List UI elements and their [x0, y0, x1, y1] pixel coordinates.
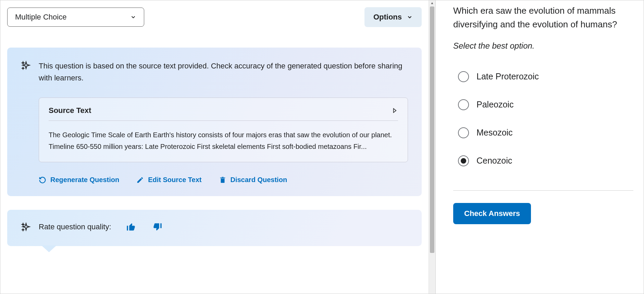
source-card: This question is based on the source tex… [7, 48, 422, 196]
thumbs-up-icon [126, 222, 136, 232]
question-type-select[interactable]: Multiple Choice [7, 8, 144, 27]
option-1[interactable]: Paleozoic [458, 99, 633, 110]
preview-panel: Which era saw the evolution of mammals d… [443, 0, 644, 294]
thumbs-down-icon [153, 222, 162, 232]
panel-divider [435, 0, 443, 294]
expand-icon[interactable] [391, 107, 398, 114]
radio-icon [458, 99, 469, 110]
option-label: Mesozoic [476, 128, 513, 138]
radio-icon [458, 71, 469, 82]
svg-marker-0 [394, 109, 396, 113]
discard-label: Discard Question [231, 176, 287, 184]
options-label: Options [373, 13, 402, 22]
option-0[interactable]: Late Proterozoic [458, 71, 633, 82]
question-text: Which era saw the evolution of mammals d… [453, 4, 633, 31]
option-label: Cenozoic [476, 156, 512, 166]
sparkle-icon [21, 61, 31, 71]
check-answers-button[interactable]: Check Answers [453, 203, 531, 224]
source-text-title: Source Text [49, 106, 91, 115]
options-button[interactable]: Options [364, 7, 422, 27]
answer-options: Late Proterozoic Paleozoic Mesozoic Ceno… [453, 71, 633, 166]
radio-icon [458, 155, 469, 166]
editor-toolbar: Multiple Choice Options [7, 7, 422, 27]
trash-icon [219, 176, 226, 184]
option-3[interactable]: Cenozoic [458, 155, 633, 166]
regenerate-label: Regenerate Question [50, 176, 119, 184]
question-type-label: Multiple Choice [15, 13, 66, 22]
rate-card: Rate question quality: [7, 210, 422, 246]
editor-panel: Multiple Choice Options This question i [0, 0, 435, 294]
refresh-icon [39, 176, 46, 184]
divider [453, 190, 633, 191]
edit-source-label: Edit Source Text [148, 176, 201, 184]
option-2[interactable]: Mesozoic [458, 127, 633, 138]
regenerate-button[interactable]: Regenerate Question [39, 176, 119, 184]
scrollbar[interactable] [429, 0, 435, 294]
chevron-down-icon [407, 14, 413, 20]
edit-source-button[interactable]: Edit Source Text [136, 176, 201, 184]
thumbs-down-button[interactable] [152, 222, 163, 232]
pencil-icon [136, 176, 144, 184]
instruction-text: Select the best option. [453, 41, 633, 51]
option-label: Late Proterozoic [476, 72, 539, 81]
source-actions: Regenerate Question Edit Source Text [39, 176, 408, 184]
app-container: Multiple Choice Options This question i [0, 0, 644, 294]
rate-label: Rate question quality: [39, 222, 111, 231]
thumbs-up-button[interactable] [126, 222, 136, 232]
discard-button[interactable]: Discard Question [219, 176, 287, 184]
source-text-box: Source Text The Geologic Time Scale of E… [39, 98, 408, 162]
option-label: Paleozoic [476, 100, 513, 110]
chevron-down-icon [130, 14, 136, 20]
radio-icon [458, 127, 469, 138]
source-info-text: This question is based on the source tex… [39, 60, 408, 84]
sparkle-icon [21, 222, 31, 232]
speech-tail [41, 245, 57, 252]
scrollbar-thumb[interactable] [430, 7, 434, 253]
source-text-body: The Geologic Time Scale of Earth Earth's… [49, 129, 398, 152]
